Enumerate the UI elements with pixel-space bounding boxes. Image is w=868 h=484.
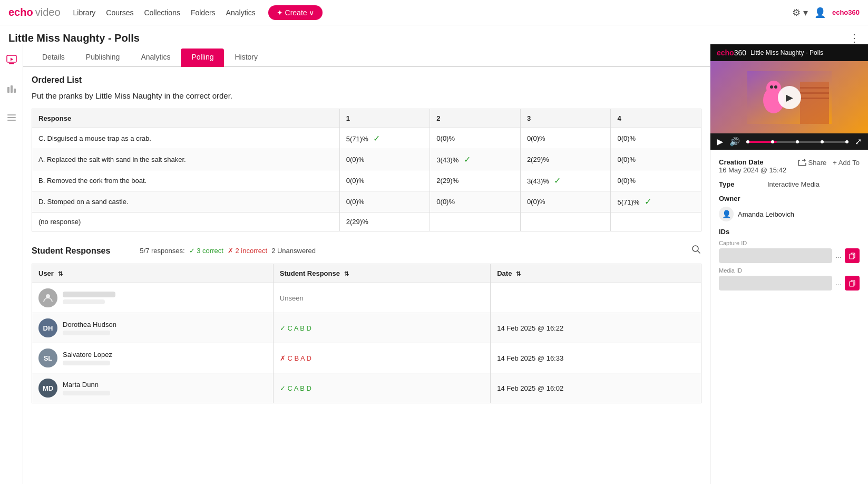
play-pause-button[interactable]: ▶ <box>717 137 723 147</box>
user-cell: MD Marta Dunn <box>38 379 267 398</box>
owner-label: Owner <box>719 195 860 202</box>
avatar: DH <box>38 318 57 337</box>
student-row: Unseen <box>32 283 701 313</box>
svg-point-15 <box>774 85 777 89</box>
col-2: 2 <box>430 109 521 128</box>
left-sidebar <box>0 44 23 484</box>
student-row: MD Marta Dunn ✓ C A B D 14 Feb 2025 @ 16… <box>32 373 701 403</box>
owner-name: Amanda Leibovich <box>738 210 794 218</box>
response-correct: ✓ C A B D <box>280 384 311 392</box>
main-scroll[interactable]: Ordered List Put the pranks by Little Mi… <box>23 67 710 484</box>
video-thumbnail: ▶ <box>710 61 868 133</box>
progress-bar[interactable] <box>746 141 849 143</box>
right-panel: echo360 Little Miss Naughty - Polls <box>710 44 868 484</box>
create-button[interactable]: ✦ Create ∨ <box>268 5 323 20</box>
nav-courses[interactable]: Courses <box>106 8 133 17</box>
right-info: Creation Date 16 May 2024 @ 15:42 Share … <box>710 150 868 484</box>
nav-folders[interactable]: Folders <box>191 8 216 17</box>
play-button[interactable]: ▶ <box>778 86 801 109</box>
student-row: DH Dorothea Hudson ✓ C A B D 14 Feb 2025… <box>32 313 701 343</box>
correct-count: ✓ 3 correct <box>189 247 223 255</box>
add-to-button[interactable]: + Add To <box>833 158 860 167</box>
response-stats: 5/7 responses: ✓ 3 correct ✗ 2 incorrect… <box>140 247 316 255</box>
poll-row: A. Replaced the salt with sand in the sa… <box>32 149 701 170</box>
media-id-row: … <box>719 276 860 291</box>
col-3: 3 <box>520 109 611 128</box>
poll-row-no-response: (no response) 2(29)% <box>32 212 701 231</box>
capture-id-row: … <box>719 248 860 263</box>
fullscreen-button[interactable]: ⤢ <box>855 137 862 147</box>
user-cell <box>38 288 267 307</box>
content-area: Details Publishing Analytics Polling His… <box>23 44 710 484</box>
avatar: MD <box>38 379 57 398</box>
date-sort-icon[interactable]: ⇅ <box>516 270 521 277</box>
svg-rect-19 <box>800 98 829 99</box>
svg-rect-5 <box>7 114 16 115</box>
info-actions: Share + Add To <box>798 158 860 167</box>
tab-history[interactable]: History <box>224 49 268 67</box>
nav-analytics[interactable]: Analytics <box>226 8 256 17</box>
ids-label: IDs <box>719 228 860 236</box>
type-label: Type <box>719 180 761 188</box>
sidebar-list-icon[interactable] <box>3 109 21 129</box>
ordered-list-title: Ordered List <box>32 75 701 85</box>
video-thumb-bg: ▶ <box>710 61 868 133</box>
user-sort-icon[interactable]: ⇅ <box>58 270 63 277</box>
svg-rect-20 <box>850 254 854 259</box>
logo-echo: echo <box>8 6 33 18</box>
video-preview: echo360 Little Miss Naughty - Polls <box>710 44 868 150</box>
video-title-text: Little Miss Naughty - Polls <box>750 49 862 56</box>
tab-analytics[interactable]: Analytics <box>130 49 181 67</box>
nav-right: ⚙ ▾ 👤 echo360 <box>792 7 860 18</box>
copy-capture-id-button[interactable] <box>845 248 860 263</box>
svg-line-9 <box>698 251 700 254</box>
response-sort-icon[interactable]: ⇅ <box>344 270 349 277</box>
student-responses-section: Student Responses 5/7 responses: ✓ 3 cor… <box>32 244 701 403</box>
ids-section: IDs Capture ID … Media ID … <box>719 228 860 291</box>
capture-id-input[interactable] <box>719 248 832 263</box>
question-text: Put the pranks by Little Miss Naughty in… <box>32 91 701 100</box>
settings-icon[interactable]: ⚙ ▾ <box>792 7 808 18</box>
student-table: User ⇅ Student Response ⇅ Date ⇅ <box>32 264 701 403</box>
col-student-response: Student Response ⇅ <box>273 264 490 283</box>
ordered-list-section: Ordered List Put the pranks by Little Mi… <box>32 75 701 231</box>
share-button[interactable]: Share <box>798 158 827 167</box>
logo-video: video <box>35 6 61 18</box>
volume-button[interactable]: 🔊 <box>729 137 740 147</box>
sidebar-poll-icon[interactable] <box>3 80 21 100</box>
nav-library[interactable]: Library <box>73 8 96 17</box>
col-user: User ⇅ <box>32 264 274 283</box>
media-id-label: Media ID <box>719 267 860 274</box>
student-header: Student Responses 5/7 responses: ✓ 3 cor… <box>32 244 701 257</box>
poll-row: B. Removed the cork from the boat. 0(0)%… <box>32 170 701 191</box>
type-row: Type Interactive Media <box>719 180 860 188</box>
col-4: 4 <box>611 109 701 128</box>
copy-media-id-button[interactable] <box>845 276 860 291</box>
svg-rect-2 <box>7 87 9 93</box>
poll-table: Response 1 2 3 4 C. Disguised a mouse tr… <box>32 109 701 231</box>
user-icon[interactable]: 👤 <box>814 7 826 18</box>
nav-collections[interactable]: Collections <box>144 8 180 17</box>
creation-date-row: Creation Date 16 May 2024 @ 15:42 Share … <box>719 158 860 174</box>
svg-rect-21 <box>850 282 854 286</box>
creation-date-label: Creation Date <box>719 158 786 166</box>
search-icon[interactable] <box>691 244 701 257</box>
svg-rect-3 <box>11 85 13 93</box>
nav-links: Library Courses Collections Folders Anal… <box>73 8 256 17</box>
tab-details[interactable]: Details <box>32 49 75 67</box>
col-date: Date ⇅ <box>491 264 701 283</box>
svg-rect-4 <box>14 89 16 93</box>
sidebar-media-icon[interactable] <box>3 51 21 71</box>
media-id-input[interactable] <box>719 276 832 291</box>
svg-rect-6 <box>7 117 16 118</box>
tab-polling[interactable]: Polling <box>181 49 224 67</box>
svg-rect-7 <box>7 120 16 121</box>
logo[interactable]: echovideo <box>8 6 61 18</box>
more-options-icon[interactable]: ⋮ <box>849 32 860 44</box>
tab-publishing[interactable]: Publishing <box>75 49 131 67</box>
poll-row: D. Stomped on a sand castle. 0(0)% 0(0)%… <box>32 191 701 212</box>
user-cell: SL Salvatore Lopez <box>38 349 267 367</box>
col-1: 1 <box>339 109 430 128</box>
svg-rect-17 <box>800 87 829 89</box>
video-controls: ▶ 🔊 ⤢ <box>710 133 868 150</box>
